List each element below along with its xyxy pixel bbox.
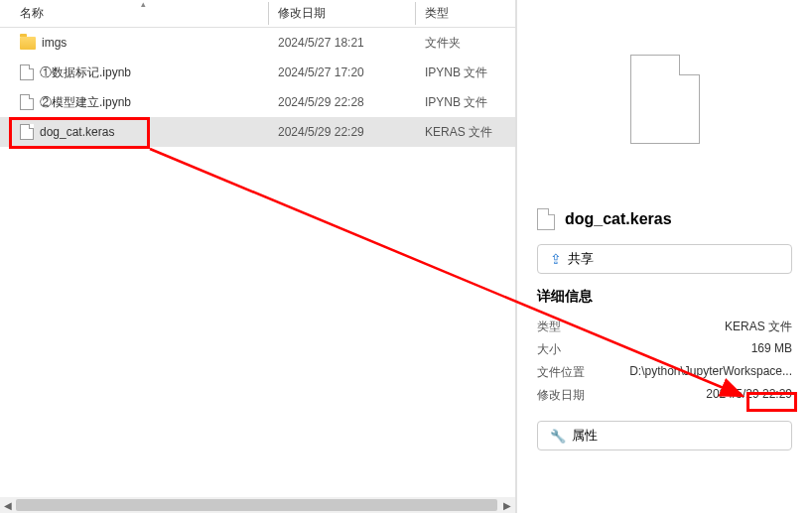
column-headers: ▴ 名称 修改日期 类型	[0, 0, 515, 28]
detail-modified-value: 2024/5/29 22:29	[706, 387, 792, 404]
file-row[interactable]: ①数据标记.ipynb2024/5/27 17:20IPYNB 文件	[0, 58, 515, 87]
file-date: 2024/5/29 22:29	[268, 125, 415, 139]
file-row[interactable]: ②模型建立.ipynb2024/5/29 22:28IPYNB 文件	[0, 87, 515, 117]
file-name: ①数据标记.ipynb	[40, 64, 131, 81]
file-list: ▴ 名称 修改日期 类型 imgs2024/5/27 18:21文件夹①数据标记…	[0, 0, 516, 513]
file-icon	[20, 64, 34, 80]
column-name[interactable]: 名称	[0, 5, 268, 22]
file-row[interactable]: imgs2024/5/27 18:21文件夹	[0, 28, 515, 58]
file-row[interactable]: dog_cat.keras2024/5/29 22:29KERAS 文件	[0, 117, 515, 147]
detail-location-value: D:\python\JupyterWorkspace...	[629, 364, 792, 381]
share-label: 共享	[568, 250, 594, 268]
file-name: ②模型建立.ipynb	[40, 94, 131, 111]
details-header: 详细信息	[517, 288, 812, 316]
column-type[interactable]: 类型	[415, 5, 514, 22]
scrollbar-track[interactable]	[16, 497, 499, 513]
scrollbar-thumb[interactable]	[16, 499, 497, 511]
scroll-left-arrow-icon[interactable]: ◀	[0, 500, 16, 511]
folder-icon	[20, 37, 36, 50]
file-name: imgs	[42, 36, 67, 50]
file-date: 2024/5/27 17:20	[268, 65, 415, 79]
wrench-icon: 🔧	[550, 429, 566, 444]
details-panel: dog_cat.keras ⇪ 共享 详细信息 类型 KERAS 文件 大小 1…	[516, 0, 812, 513]
file-type: IPYNB 文件	[415, 64, 514, 81]
detail-size-label: 大小	[537, 341, 561, 358]
selected-filename: dog_cat.keras	[565, 210, 672, 228]
share-icon: ⇪	[550, 251, 562, 267]
detail-modified-label: 修改日期	[537, 387, 585, 404]
file-type: KERAS 文件	[415, 124, 514, 141]
properties-button[interactable]: 🔧 属性	[537, 421, 792, 450]
file-icon	[537, 208, 555, 230]
detail-size-value: 169 MB	[751, 341, 792, 358]
scroll-right-arrow-icon[interactable]: ▶	[499, 500, 515, 511]
detail-type-value: KERAS 文件	[725, 319, 792, 335]
file-type: IPYNB 文件	[415, 94, 514, 111]
file-date: 2024/5/29 22:28	[268, 95, 415, 109]
file-name: dog_cat.keras	[40, 125, 114, 139]
file-date: 2024/5/27 18:21	[268, 36, 415, 50]
preview-area	[517, 0, 812, 198]
share-button[interactable]: ⇪ 共享	[537, 244, 792, 274]
detail-location-label: 文件位置	[537, 364, 585, 381]
horizontal-scrollbar[interactable]: ◀ ▶	[0, 497, 515, 513]
detail-type-label: 类型	[537, 319, 561, 335]
file-preview-icon	[630, 55, 700, 144]
file-icon	[20, 124, 34, 140]
file-type: 文件夹	[415, 35, 514, 52]
column-date[interactable]: 修改日期	[268, 5, 415, 22]
properties-label: 属性	[572, 427, 598, 445]
file-icon	[20, 94, 34, 110]
